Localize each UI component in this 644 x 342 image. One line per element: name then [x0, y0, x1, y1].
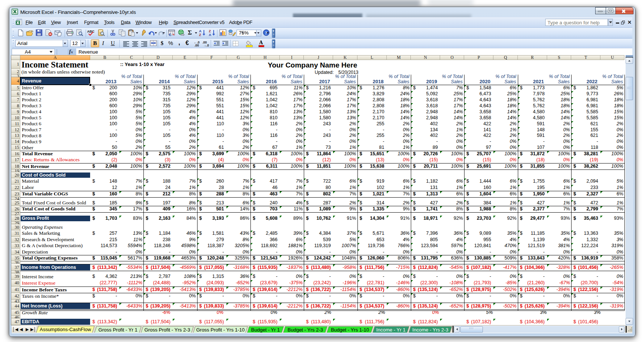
svg-text:A: A	[209, 33, 211, 36]
svg-text:ABC: ABC	[87, 30, 95, 33]
svg-text:A: A	[199, 29, 202, 33]
svg-text:.00: .00	[195, 44, 199, 46]
svg-text:→.0: →.0	[203, 44, 209, 46]
svg-text:Z: Z	[199, 33, 201, 36]
svg-text:Z: Z	[209, 29, 211, 33]
svg-text:€: €	[169, 32, 171, 36]
